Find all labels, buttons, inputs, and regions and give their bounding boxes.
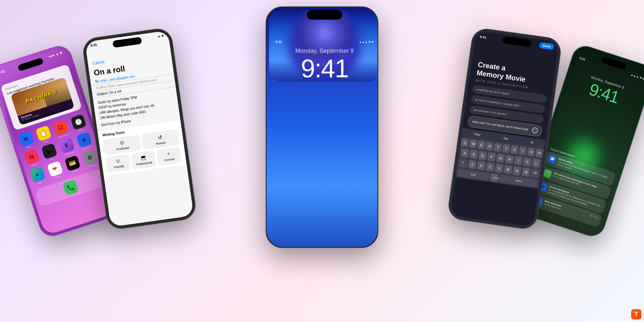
cancel-button[interactable]: Cancel [92, 60, 105, 66]
key-m[interactable]: M [521, 167, 530, 177]
app-maps[interactable]: ⌖ Maps [28, 166, 48, 186]
key-b[interactable]: B [504, 165, 512, 174]
app-wallet[interactable]: 💳 Wallet [63, 155, 83, 175]
app-news[interactable]: N News [22, 148, 42, 169]
app-wallet-label: Wallet [72, 169, 78, 174]
phone-3: 9:41 ▲▲▲ ≋ ■ Monday, September 9 9:41 [266, 6, 378, 248]
prompt-2-text: eo trick-or-treating h a spooky vibe" [475, 98, 520, 108]
key-j[interactable]: J [514, 156, 523, 165]
key-z[interactable]: Z [468, 160, 477, 169]
key-c[interactable]: C [486, 162, 495, 172]
mail-icon: ✉ [18, 131, 34, 147]
done-button[interactable]: Done [539, 42, 554, 50]
app-notes[interactable]: 📋 Notes [34, 125, 54, 145]
concise-icon: ÷ [167, 151, 170, 157]
app-tv[interactable]: ▶ TV [40, 143, 60, 163]
key-l[interactable]: L [532, 158, 541, 168]
clock-icon: 🕐 [70, 114, 86, 130]
rewrite-button[interactable]: ↺ Rewrite [141, 129, 179, 150]
lock-screen-time: 9:41 [269, 56, 378, 81]
key-space[interactable]: space [490, 173, 498, 182]
phone-3-icons: ▲▲▲ ≋ ■ [359, 40, 374, 44]
key-n[interactable]: N [513, 166, 521, 175]
rewrite-label: Rewrite [156, 141, 166, 146]
phone-3-dynamic-island [307, 10, 342, 20]
phone-2-status-icons: ▲ ■ [157, 34, 164, 38]
app-podcasts[interactable]: 🎙 Podcasts [57, 137, 77, 157]
phone-2-time: 9:41 [90, 43, 97, 48]
watermark-text: T [635, 311, 638, 318]
app-tv-label: TV [50, 158, 54, 161]
app-reminders[interactable]: ☑ Reminders [51, 119, 71, 139]
key-e[interactable]: E [477, 140, 485, 150]
health-icon: ❤ [47, 161, 63, 177]
key-w[interactable]: W [469, 139, 477, 148]
key-p[interactable]: P [535, 148, 543, 158]
friendly-label: Friendly [114, 165, 124, 169]
professional-button[interactable]: ⬒ Professional [131, 150, 156, 169]
phone-1-status-icons: ●●● ▲ ■ [48, 51, 62, 59]
key-x[interactable]: X [477, 161, 486, 170]
professional-label: Professional [136, 161, 152, 166]
app-clock-label: Clock [78, 128, 84, 132]
active-prompt-text: Hikes with Tim and Marie, set to dream p… [472, 120, 528, 131]
key-g[interactable]: G [496, 153, 505, 163]
proofread-button[interactable]: ⊙ Proofread [103, 135, 141, 155]
key-r[interactable]: R [486, 141, 494, 151]
app-appstore[interactable]: A App Store [75, 131, 95, 152]
key-t[interactable]: T [494, 143, 502, 152]
key-k[interactable]: K [523, 157, 532, 166]
watermark: T [631, 309, 641, 319]
key-v[interactable]: V [495, 164, 503, 173]
key-d[interactable]: D [478, 151, 487, 160]
proofread-label: Proofread [116, 146, 129, 151]
key-s[interactable]: S [469, 149, 478, 159]
lock-screen-date: Monday, September 9 [269, 48, 378, 54]
app-clock[interactable]: 🕐 Clock [69, 114, 89, 134]
prompt-1-text: verything we ate in Japan" [476, 88, 510, 96]
autocomplete-word-3[interactable]: to [527, 138, 537, 146]
phone-5-time: 9:41 [579, 56, 586, 61]
app-news-label: News [31, 163, 37, 167]
app-health[interactable]: ❤ Health [45, 160, 65, 181]
email-subject-value: On a roll [109, 90, 122, 95]
maps-icon: ⌖ [29, 166, 45, 183]
phone-1-time: 9:41 [0, 69, 5, 75]
concise-label: Concise [164, 157, 175, 162]
checkmark-icon: ✓ [532, 127, 538, 134]
phone-3-screen: 9:41 ▲▲▲ ≋ ■ Monday, September 9 9:41 [269, 10, 378, 81]
phones-container: 9:41 ●●● ▲ ■ Messages Luis suggested wat… [0, 0, 644, 322]
autocomplete-word-2[interactable]: the [500, 135, 512, 142]
friendly-button[interactable]: ☺ Friendly [106, 154, 131, 173]
concise-button[interactable]: ÷ Concise [156, 147, 182, 166]
wallet-icon: 💳 [64, 155, 80, 171]
key-u[interactable]: U [510, 145, 518, 154]
key-f[interactable]: F [487, 152, 496, 161]
autocomplete-word-1[interactable]: "The" [469, 130, 485, 138]
professional-icon: ⬒ [141, 154, 146, 161]
rewrite-icon: ↺ [157, 134, 163, 141]
phone-4-time: 9:41 [480, 35, 487, 39]
app-mail-label: Mail [26, 146, 31, 149]
phone-3-time-status: 9:41 [276, 40, 282, 44]
proofread-icon: ⊙ [119, 139, 125, 146]
app-maps-label: Maps [37, 181, 43, 185]
phone-3-status-bar: 9:41 ▲▲▲ ≋ ■ [269, 26, 378, 45]
news-icon: N [24, 149, 40, 165]
prompt-3-text: est summer in our garden" [473, 108, 507, 116]
friendly-icon: ☺ [115, 158, 121, 164]
app-mail[interactable]: ✉ Mail [16, 131, 36, 151]
key-i[interactable]: I [519, 146, 527, 156]
key-o[interactable]: O [527, 147, 535, 156]
key-backspace[interactable]: ⌫ [530, 168, 540, 178]
phone-icon: 📞 [62, 179, 79, 195]
notif-1-icon: 💬 [547, 154, 557, 164]
key-a[interactable]: A [460, 148, 469, 158]
key-q[interactable]: Q [460, 138, 469, 147]
key-shift[interactable]: ⇧ [458, 158, 468, 168]
dock-phone[interactable]: 📞 [62, 179, 79, 195]
key-y[interactable]: Y [502, 144, 510, 153]
app-notes-label: Notes [43, 140, 49, 144]
key-h[interactable]: H [505, 155, 514, 164]
notes-icon: 📋 [35, 125, 52, 141]
